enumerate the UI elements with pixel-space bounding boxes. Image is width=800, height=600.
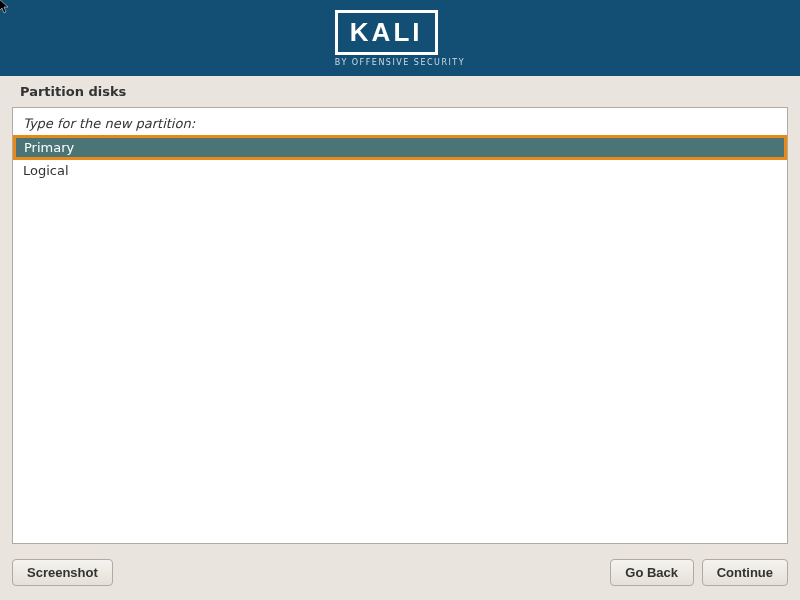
page-title: Partition disks — [0, 76, 800, 107]
screenshot-button[interactable]: Screenshot — [12, 559, 113, 586]
prompt-text: Type for the new partition: — [13, 108, 787, 135]
continue-button[interactable]: Continue — [702, 559, 788, 586]
list-item-label: Primary — [24, 140, 74, 155]
footer-bar: Screenshot Go Back Continue — [0, 549, 800, 600]
content-frame: Type for the new partition: Primary Logi… — [12, 107, 788, 544]
partition-type-list: Primary Logical — [13, 135, 787, 538]
kali-logo: KALI BY OFFENSIVE SECURITY — [335, 10, 465, 67]
installer-header: KALI BY OFFENSIVE SECURITY — [0, 0, 800, 76]
list-item-logical[interactable]: Logical — [13, 160, 787, 181]
go-back-button[interactable]: Go Back — [610, 559, 694, 586]
logo-subtitle: BY OFFENSIVE SECURITY — [335, 58, 465, 67]
list-item-primary[interactable]: Primary — [13, 135, 787, 160]
logo-text: KALI — [350, 17, 423, 48]
list-item-label: Logical — [23, 163, 69, 178]
